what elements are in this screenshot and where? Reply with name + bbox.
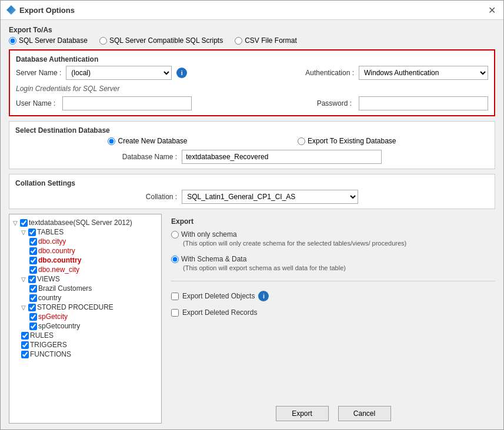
radio-schema-data[interactable] <box>171 256 179 263</box>
check-spgetcity[interactable] <box>29 313 37 321</box>
radio-schema-only[interactable] <box>171 231 179 238</box>
export-to-as-label: Export To/As <box>9 26 495 34</box>
title-bar-left: Export Options <box>6 5 75 15</box>
db-auth-section: Database Authentication Server Name : (l… <box>9 49 495 116</box>
check-counttry[interactable] <box>29 257 37 264</box>
tree-root-label: textdatabasee(SQL Server 2012) <box>29 219 132 227</box>
check-spgetcountry[interactable] <box>29 322 37 330</box>
export-option2: With Schema & Data (This option will exp… <box>171 255 495 271</box>
option-sql-scripts[interactable]: SQL Server Compatible SQL Scripts <box>99 36 223 45</box>
option-export-existing-label: Export To Existing Database <box>308 137 396 145</box>
password-input[interactable] <box>359 96 488 110</box>
cancel-button[interactable]: Cancel <box>338 406 391 421</box>
expand-root-icon[interactable]: ▽ <box>13 220 19 226</box>
password-label: Password : <box>317 99 352 108</box>
close-button[interactable]: ✕ <box>486 4 498 16</box>
tree-rules-label: RULES <box>30 331 54 340</box>
dest-db-label: Select Destination Database <box>15 126 489 135</box>
tree-country-label: dbo.country <box>38 247 75 255</box>
radio-with-schema-only[interactable]: With only schema <box>171 230 495 238</box>
tables-children: dbo.cityy dbo.country dbo.counttry <box>29 237 158 274</box>
bottom-area: ▽ textdatabasee(SQL Server 2012) ▽ TABLE… <box>9 214 495 424</box>
check-country[interactable] <box>29 247 37 255</box>
collation-select[interactable]: SQL_Latin1_General_CP1_CI_AS Latin1_Gene… <box>182 190 358 204</box>
db-auth-label: Database Authentication <box>16 55 488 63</box>
tree-panel: ▽ textdatabasee(SQL Server 2012) ▽ TABLE… <box>9 214 162 424</box>
db-name-input[interactable] <box>182 150 382 164</box>
tree-counttry: dbo.counttry <box>29 256 158 265</box>
tree-rules: RULES <box>21 331 158 340</box>
check-export-deleted-objects[interactable] <box>171 293 179 300</box>
option-csv-format-label: CSV File Format <box>245 36 297 45</box>
radio-csv-format[interactable] <box>235 37 242 45</box>
option-sql-scripts-label: SQL Server Compatible SQL Scripts <box>109 36 223 45</box>
export-deleted-records-row: Export Deleted Records <box>171 308 495 317</box>
expand-sp-icon[interactable]: ▽ <box>21 304 27 311</box>
check-new-city[interactable] <box>29 266 37 274</box>
export-option1: With only schema (This option will only … <box>171 230 495 247</box>
dialog-content: Export To/As SQL Server Database SQL Ser… <box>1 20 503 429</box>
tree-spgetcity-label: spGetcity <box>38 313 68 321</box>
functions-group: FUNCTIONS <box>21 350 158 359</box>
check-export-deleted-records[interactable] <box>171 309 179 317</box>
tree-brazil-label: Brazil Customers <box>38 284 92 293</box>
dest-name-row: Database Name : <box>15 150 489 164</box>
radio-sql-server-db[interactable] <box>9 37 16 45</box>
auth-select[interactable]: Windows Authentication SQL Server Authen… <box>359 66 488 80</box>
server-name-label: Server Name : <box>16 69 61 77</box>
check-rules[interactable] <box>21 332 29 340</box>
tree-tables: ▽ TABLES <box>21 227 158 237</box>
username-label: User Name : <box>16 99 55 108</box>
expand-views-icon[interactable]: ▽ <box>21 276 27 283</box>
export-deleted-objects-label: Export Deleted Objects <box>182 292 255 300</box>
radio-export-existing[interactable] <box>298 137 305 145</box>
collation-section-label: Collation Settings <box>15 179 489 187</box>
server-info-icon[interactable]: i <box>176 68 187 78</box>
action-buttons: Export Cancel <box>171 401 495 424</box>
views-children: Brazil Customers country <box>29 284 158 303</box>
tree-new-city: dbo.new_city <box>29 265 158 274</box>
tree-counttry-label: dbo.counttry <box>38 256 81 264</box>
check-root[interactable] <box>20 219 28 227</box>
tree-views: ▽ VIEWS <box>21 274 158 284</box>
dialog: Export Options ✕ Export To/As SQL Server… <box>0 0 504 430</box>
tree-sp-label: STORED PROCEDURE <box>37 303 114 311</box>
schema-data-desc: (This option will export schema as well … <box>183 264 495 271</box>
check-views[interactable] <box>28 276 36 283</box>
export-to-as-options: SQL Server Database SQL Server Compatibl… <box>9 36 495 45</box>
export-panel-label: Export <box>171 217 495 226</box>
export-deleted-records-label: Export Deleted Records <box>182 308 257 317</box>
export-button[interactable]: Export <box>276 406 329 421</box>
option-csv-format[interactable]: CSV File Format <box>235 36 297 45</box>
option-create-new[interactable]: Create New Database <box>108 137 187 145</box>
check-tables[interactable] <box>28 229 36 236</box>
option-sql-server-db[interactable]: SQL Server Database <box>9 36 88 45</box>
collation-section: Collation Settings Collation : SQL_Latin… <box>9 174 495 209</box>
db-name-label: Database Name : <box>122 153 177 161</box>
check-brazil[interactable] <box>29 285 37 293</box>
server-name-select[interactable]: (local) <box>66 66 172 80</box>
check-triggers[interactable] <box>21 341 29 349</box>
tree-spgetcity: spGetcity <box>29 312 158 321</box>
deleted-objects-info-icon[interactable]: i <box>258 291 269 301</box>
option-export-existing[interactable]: Export To Existing Database <box>298 137 396 145</box>
export-panel: Export With only schema (This option wil… <box>168 214 495 424</box>
schema-data-label: With Schema & Data <box>181 255 246 263</box>
radio-sql-scripts[interactable] <box>99 37 107 45</box>
tree-views-label: VIEWS <box>37 275 60 283</box>
creds-row: User Name : Password : <box>16 96 488 110</box>
tree-spgetcountry-label: spGetcountry <box>38 322 80 330</box>
check-country-view[interactable] <box>29 294 37 302</box>
title-bar: Export Options ✕ <box>1 1 503 20</box>
check-cityy[interactable] <box>29 238 37 246</box>
username-input[interactable] <box>62 96 192 110</box>
check-functions[interactable] <box>21 351 29 358</box>
server-name-row: Server Name : (local) i Authentication :… <box>16 66 488 80</box>
schema-only-desc: (This option will only create schema for… <box>183 240 495 247</box>
expand-tables-icon[interactable]: ▽ <box>21 229 27 236</box>
radio-schema-and-data[interactable]: With Schema & Data <box>171 255 495 263</box>
dest-db-section: Select Destination Database Create New D… <box>9 121 495 169</box>
check-sp[interactable] <box>28 304 36 311</box>
radio-create-new[interactable] <box>108 137 115 145</box>
schema-only-label: With only schema <box>181 230 237 238</box>
